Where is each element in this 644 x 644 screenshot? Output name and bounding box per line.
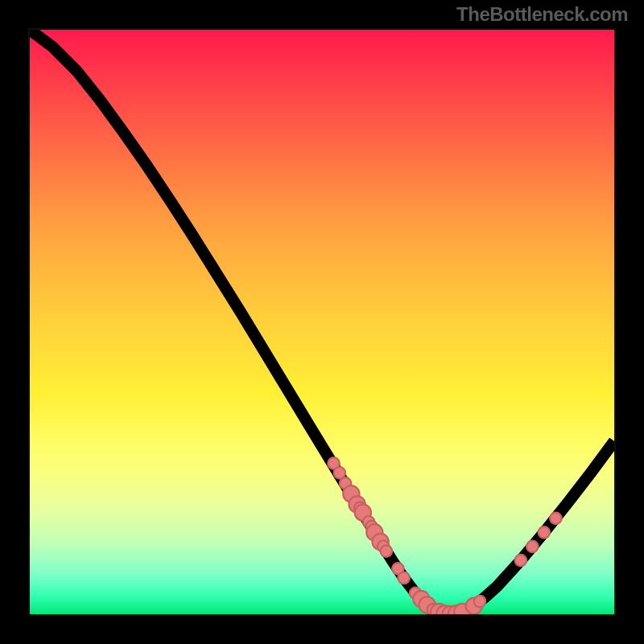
plot-svg (30, 30, 614, 614)
watermark-label: TheBottleneck.com (456, 3, 628, 26)
plot-area (28, 28, 616, 616)
data-point (398, 572, 410, 584)
data-point (381, 545, 393, 557)
highlighted-points-group (328, 457, 561, 614)
data-point (474, 596, 486, 608)
data-point (526, 541, 539, 553)
chart-container: TheBottleneck.com (0, 0, 644, 644)
bottleneck-curve (30, 30, 614, 614)
data-point (550, 513, 562, 525)
data-point (515, 555, 527, 567)
data-point (539, 526, 551, 539)
